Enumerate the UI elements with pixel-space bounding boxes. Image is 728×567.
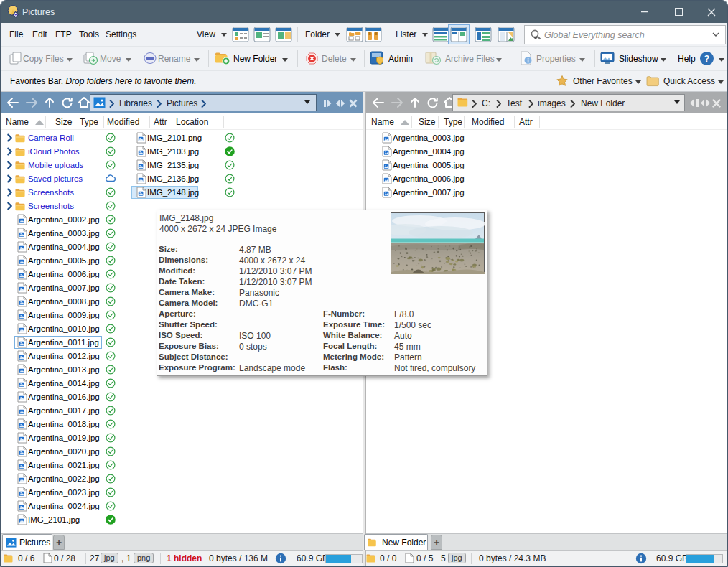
svg-text:?: ? bbox=[704, 54, 709, 64]
